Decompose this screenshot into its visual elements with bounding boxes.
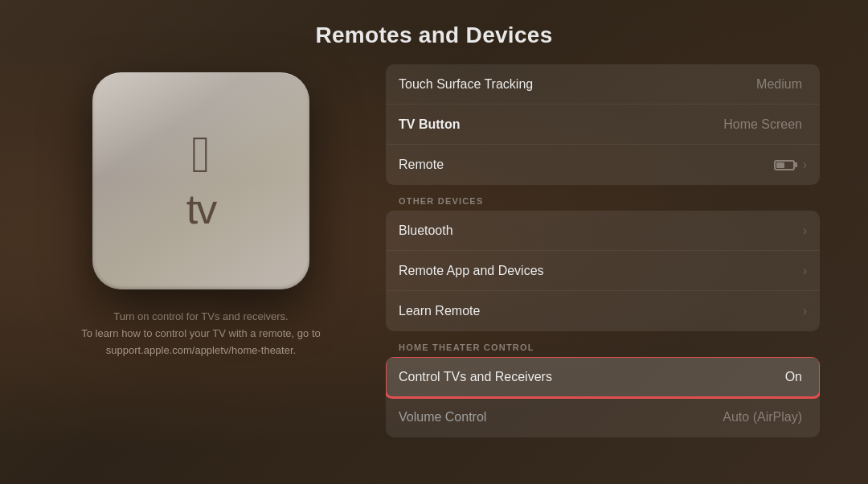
home-theater-label: HOME THEATER CONTROL: [386, 334, 820, 357]
tv-button-value: Home Screen: [723, 117, 802, 132]
remote-app-label: Remote App and Devices: [399, 264, 800, 278]
page-title: Remotes and Devices: [0, 0, 868, 64]
left-panel:  tv Turn on control for TVs and receive…: [48, 64, 354, 359]
group-remote-settings: Touch Surface Tracking Medium TV Button …: [386, 64, 820, 185]
section-home-theater: HOME THEATER CONTROL Control TVs and Rec…: [386, 334, 820, 437]
remote-app-chevron-icon: ›: [803, 264, 807, 278]
touch-surface-label: Touch Surface Tracking: [399, 77, 756, 92]
description-line2: To learn how to control your TV with a r…: [81, 327, 320, 339]
battery-icon: [774, 160, 795, 170]
main-content:  tv Turn on control for TVs and receive…: [0, 64, 868, 484]
other-devices-label: OTHER DEVICES: [386, 188, 820, 211]
touch-surface-row[interactable]: Touch Surface Tracking Medium: [386, 64, 820, 105]
section-touch: Touch Surface Tracking Medium TV Button …: [386, 64, 820, 185]
battery-fill: [776, 162, 784, 168]
touch-surface-value: Medium: [756, 77, 802, 92]
group-home-theater: Control TVs and Receivers On Volume Cont…: [386, 357, 820, 437]
tv-text: tv: [186, 185, 215, 233]
learn-remote-label: Learn Remote: [399, 304, 800, 318]
tv-button-row[interactable]: TV Button Home Screen: [386, 105, 820, 145]
battery-body: [774, 160, 795, 170]
remote-app-row[interactable]: Remote App and Devices ›: [386, 251, 820, 291]
description-line1: Turn on control for TVs and receivers.: [113, 310, 288, 322]
remote-row[interactable]: Remote ›: [386, 145, 820, 185]
apple-tv-image:  tv: [92, 72, 309, 289]
control-tvs-value: On: [785, 370, 802, 384]
left-description: Turn on control for TVs and receivers. T…: [81, 309, 320, 359]
learn-remote-row[interactable]: Learn Remote ›: [386, 291, 820, 331]
volume-control-value: Auto (AirPlay): [723, 410, 802, 425]
remote-label: Remote: [399, 158, 774, 172]
group-other-devices: Bluetooth › Remote App and Devices › Lea…: [386, 211, 820, 331]
description-line3: support.apple.com/appletv/home-theater.: [106, 344, 296, 356]
learn-remote-chevron-icon: ›: [803, 304, 807, 318]
bluetooth-row[interactable]: Bluetooth ›: [386, 211, 820, 251]
remote-chevron-icon: ›: [803, 158, 807, 172]
section-other-devices: OTHER DEVICES Bluetooth › Remote App and…: [386, 188, 820, 331]
bluetooth-chevron-icon: ›: [803, 224, 807, 238]
control-tvs-row[interactable]: Control TVs and Receivers On: [386, 357, 820, 397]
control-tvs-label: Control TVs and Receivers: [399, 370, 785, 384]
apple-logo-icon: : [191, 129, 210, 180]
volume-control-label: Volume Control: [399, 410, 723, 425]
page-container: Remotes and Devices  tv Turn on control…: [0, 0, 868, 484]
tv-button-label: TV Button: [399, 117, 723, 132]
volume-control-row[interactable]: Volume Control Auto (AirPlay): [386, 397, 820, 437]
bluetooth-label: Bluetooth: [399, 224, 800, 238]
right-panel: Touch Surface Tracking Medium TV Button …: [386, 64, 820, 441]
